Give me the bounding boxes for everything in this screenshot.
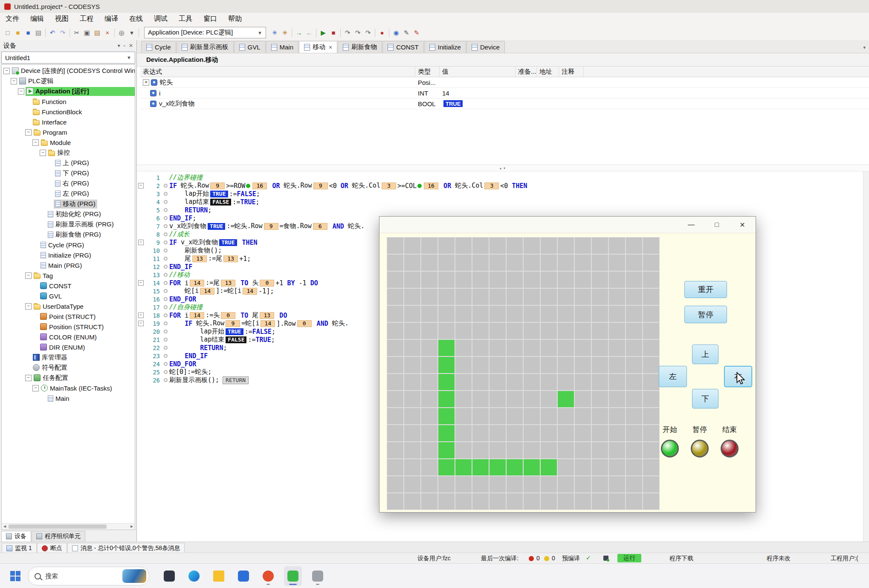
step-into-icon[interactable]: ↷ [353,28,363,38]
tree-item-27[interactable]: DIR (ENUM) [2,342,135,352]
fold-toggle[interactable]: − [137,183,145,188]
compile-icon[interactable]: ✳ [269,28,280,38]
editor-splitter[interactable]: ▲▼ [137,165,869,171]
doc-tab-4[interactable]: 移动× [299,41,337,53]
tree-item-2[interactable]: −Application [运行] [2,86,135,96]
step-over-icon[interactable]: ↷ [342,28,353,38]
step-out-icon[interactable]: ↷ [363,28,373,38]
collapse-icon[interactable]: − [138,240,144,245]
tree-item-14[interactable]: 初始化蛇 (PRG) [2,209,135,219]
tree-item-0[interactable]: −Device [连接的] (CODESYS Control Win [2,66,135,76]
tree-item-21[interactable]: CONST [2,281,135,291]
generate-code-icon[interactable]: ✳ [280,28,290,38]
menu-item-8[interactable]: 窗口 [198,13,223,25]
watch-column-0[interactable]: 表达式 [140,67,415,77]
tree-item-32[interactable]: Main [2,393,135,403]
tree-item-26[interactable]: COLOR (ENUM) [2,332,135,342]
doc-tab-1[interactable]: 刷新显示画板 [177,41,234,53]
close-icon[interactable]: ✕ [129,43,133,49]
tree-expander[interactable]: − [25,303,32,310]
taskbar-search[interactable]: 搜索 [28,567,149,585]
doc-tab-3[interactable]: Main [266,41,299,53]
dark-app-icon[interactable] [160,566,178,586]
doc-tab-8[interactable]: Device [466,41,505,53]
dock-tab-0[interactable]: 设备 [1,531,31,542]
find-options-icon[interactable]: ▾ [127,28,137,38]
scrollbar-thumb[interactable] [9,524,107,529]
breakpoint-slot[interactable] [162,265,169,269]
breakpoint-slot[interactable] [162,322,169,325]
breakpoint-slot[interactable] [162,346,169,350]
delete-icon[interactable]: × [102,28,113,38]
tree-expander[interactable]: − [40,150,46,156]
force-values-icon[interactable]: ✎ [411,28,422,38]
tree-item-22[interactable]: GVL [2,291,135,301]
red-app-icon[interactable] [259,566,277,586]
doc-tab-7[interactable]: Initialize [424,41,466,53]
breakpoint-slot[interactable] [162,305,169,309]
watch-value[interactable]: TRUE [440,98,516,109]
breakpoint-slot[interactable] [162,249,169,252]
watch-column-3[interactable]: 准备... [516,67,537,77]
menu-item-6[interactable]: 调试 [148,13,173,25]
tree-item-23[interactable]: −UserDataType [2,301,135,311]
start-button[interactable] [7,568,24,585]
fold-toggle[interactable]: − [137,313,145,318]
panel-menu-icon[interactable]: ▾ [118,43,120,49]
breakpoint-slot[interactable] [162,354,169,358]
tree-item-30[interactable]: −任务配置 [2,373,135,383]
green-app-icon[interactable] [284,566,302,586]
save-icon[interactable]: ■ [23,28,33,38]
stop-icon[interactable]: ■ [328,28,339,38]
menu-item-7[interactable]: 工具 [173,13,198,25]
tree-item-13[interactable]: 移动 (PRG) [2,199,135,209]
breakpoint-slot[interactable] [162,224,169,228]
breakpoint-slot[interactable] [162,289,169,293]
menu-item-2[interactable]: 视图 [49,13,74,25]
tree-item-7[interactable]: −Module [2,137,135,148]
breakpoint-slot[interactable] [162,370,169,374]
print-icon[interactable]: ▤ [33,28,43,38]
paste-icon[interactable]: ▤ [92,28,102,38]
watch-value[interactable]: 14 [440,88,516,98]
tree-expander[interactable]: − [32,139,39,146]
login-icon[interactable]: → [294,28,304,38]
tree-item-17[interactable]: Cycle (PRG) [2,240,135,250]
breakpoint-slot[interactable] [162,192,169,196]
tree-item-28[interactable]: 库管理器 [2,352,135,362]
tree-expander[interactable]: − [11,78,17,84]
breakpoint-slot[interactable] [162,257,169,261]
tree-item-20[interactable]: −Tag [2,270,135,281]
active-application-combo[interactable]: Application [Device: PLC逻辑] ▼ [144,27,266,38]
menu-item-5[interactable]: 在线 [124,13,148,25]
tree-expander[interactable]: − [25,375,32,381]
tree-expander[interactable]: − [3,68,10,74]
tree-horizontal-scrollbar[interactable]: ◀ ▶ [2,523,135,530]
tree-item-19[interactable]: Main (PRG) [2,260,135,270]
tree-item-10[interactable]: 下 (PRG) [2,168,135,178]
tab-close-icon[interactable]: × [329,44,332,51]
watch-column-1[interactable]: 类型 [415,67,440,77]
breakpoint-slot[interactable] [162,216,169,220]
watch-column-4[interactable]: 地址 [537,67,559,77]
breakpoint-slot[interactable] [162,240,169,244]
dock-tab-1[interactable]: 程序组织单元 [32,531,85,542]
gray-app-icon[interactable] [309,566,327,586]
panel-tab-1[interactable]: 断点 [37,543,67,553]
breakpoint-slot[interactable] [162,330,169,333]
tree-item-3[interactable]: Function [2,96,135,107]
watch-value[interactable] [440,77,516,87]
logout-icon[interactable]: ← [304,28,314,38]
doc-tab-2[interactable]: GVL [234,41,266,53]
panel-tab-0[interactable]: 监视 1 [2,543,37,553]
tree-item-11[interactable]: 右 (PRG) [2,178,135,188]
menu-item-0[interactable]: 文件 [0,13,25,25]
breakpoint-slot[interactable] [162,378,169,382]
breakpoint-slot[interactable] [162,313,169,317]
fold-toggle[interactable]: − [137,240,145,245]
doc-tab-5[interactable]: 刷新食物 [338,41,382,53]
minimize-button[interactable]: — [685,219,698,230]
cut-icon[interactable]: ✂ [72,28,82,38]
fold-toggle[interactable]: − [137,321,145,326]
tree-expander[interactable]: − [32,385,39,391]
